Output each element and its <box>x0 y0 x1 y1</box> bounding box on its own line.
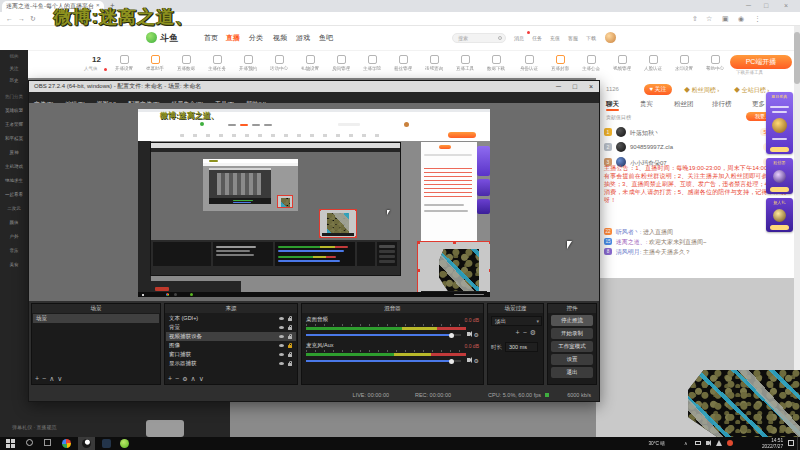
source-row[interactable]: 文本 (GDI+) <box>166 314 296 323</box>
source-row[interactable]: 背景 <box>166 323 296 332</box>
tray-time[interactable]: 14:51 <box>749 437 783 443</box>
nav-home[interactable]: 首页 <box>204 26 218 50</box>
rank-row-1[interactable]: 1 叶落知秋丶 520.0万 <box>604 126 786 139</box>
search-icon[interactable] <box>26 439 33 446</box>
feature-item[interactable]: 身份认证 <box>515 52 543 71</box>
nav-live[interactable]: 直播 <box>226 26 240 50</box>
page-scrollbar[interactable] <box>794 26 800 370</box>
speaker-icon[interactable] <box>467 332 470 336</box>
share-icon[interactable]: ⇧ <box>692 12 698 26</box>
follow-button[interactable]: ♥ 关注 <box>644 84 672 95</box>
duration-input[interactable]: 300 ms <box>505 342 538 352</box>
sidebar-item[interactable]: 户外 <box>0 234 28 239</box>
promo-button[interactable] <box>770 225 789 230</box>
shortcut-support[interactable]: 客服 <box>568 35 578 41</box>
start-button[interactable] <box>6 439 15 448</box>
chat-tab-vip[interactable]: 贵宾 <box>640 100 653 109</box>
tray-date[interactable]: 2022/7/27 <box>749 443 783 449</box>
sidebar-item[interactable]: 一起看看 <box>0 192 28 197</box>
promo-button[interactable] <box>770 147 789 152</box>
sidebar-item[interactable]: 二次元 <box>0 206 28 211</box>
sidebar-item[interactable]: 原神 <box>0 150 28 155</box>
stop-streaming-button[interactable]: 停止推流 <box>551 315 593 326</box>
scenes-toolbar[interactable]: +−∧∨ <box>35 375 65 383</box>
bookmark-star-icon[interactable]: ☆ <box>706 12 712 26</box>
nav-yuba[interactable]: 鱼吧 <box>319 26 333 50</box>
volume-tray-icon[interactable] <box>706 441 709 445</box>
obs-preview-canvas[interactable]: 微博:迷离之道、 <box>138 109 490 297</box>
chat-tab-chat[interactable]: 聊天 <box>606 100 619 109</box>
feature-item[interactable]: 违规查询 <box>420 52 448 71</box>
obs-preview-area[interactable]: 微博:迷离之道、 <box>29 103 599 301</box>
obs-close-button[interactable]: × <box>589 81 593 92</box>
source-row[interactable]: 视频捕获设备 <box>166 332 296 341</box>
sidebar-item-history[interactable]: 历史 <box>0 78 28 83</box>
obs-maximize-button[interactable]: □ <box>573 81 577 92</box>
feature-item[interactable]: 礼物设置 <box>296 52 324 71</box>
feature-item[interactable]: 直播工具 <box>451 52 479 71</box>
sidebar-item-follow[interactable]: 关注 <box>0 66 28 71</box>
feature-item[interactable]: 开播预约 <box>234 52 262 71</box>
fan-week-rank-link[interactable]: ◆ 粉丝周榜 › <box>684 86 719 95</box>
obs-title-bar[interactable]: OBS 27.2.4 (64-bit, windows) - 配置文件: 未命名… <box>29 81 599 92</box>
feature-item[interactable]: 视频管理 <box>608 52 636 71</box>
user-avatar[interactable] <box>605 32 616 43</box>
chat-tab-rank[interactable]: 排行榜 <box>712 100 732 109</box>
studio-mode-button[interactable]: 工作室模式 <box>551 341 593 352</box>
tray-caret-icon[interactable]: ∧ <box>684 440 687 446</box>
back-icon[interactable]: ← <box>6 12 13 26</box>
scene-item[interactable]: 场景 <box>33 314 159 323</box>
transition-add-remove[interactable]: +−⚙ <box>516 329 539 337</box>
source-row[interactable]: 图像 <box>166 341 296 350</box>
channel-gear-icon[interactable]: ⚙ <box>474 332 479 338</box>
sources-toolbar[interactable]: +−⚙∧∨ <box>168 375 207 383</box>
sidebar-item[interactable]: 主机游戏 <box>0 164 28 169</box>
profile-icon[interactable]: ◉ <box>738 12 744 26</box>
sidebar-item[interactable]: 王者荣耀 <box>0 122 28 127</box>
scroll-top-button[interactable] <box>146 420 184 437</box>
feature-item[interactable]: 主播学院 <box>358 52 386 71</box>
weather-tray[interactable]: 30°C 晴 <box>648 440 665 446</box>
feature-item[interactable]: 主播任务 <box>203 52 231 71</box>
task-view-icon[interactable] <box>44 439 51 446</box>
scenes-dock-header[interactable]: 场景 <box>32 304 160 313</box>
feature-item[interactable]: 粉丝管理 <box>389 52 417 71</box>
sidebar-item[interactable]: 和平精英 <box>0 136 28 141</box>
feature-item[interactable]: 主播公会 <box>577 52 605 71</box>
obs-taskbar-slot[interactable] <box>78 437 95 450</box>
feature-item[interactable]: 开播设置 <box>110 52 138 71</box>
forward-icon[interactable]: → <box>18 12 25 26</box>
feature-item[interactable]: 房间管理 <box>327 52 355 71</box>
source-row[interactable]: 显示器捕获 <box>166 359 296 368</box>
promo-card-3[interactable]: 新人礼 <box>766 198 793 232</box>
promo-button[interactable] <box>770 187 789 192</box>
sidebar-item[interactable]: 英雄联盟 <box>0 108 28 113</box>
chrome-taskbar-icon[interactable] <box>62 439 71 448</box>
notification-tray-icon[interactable] <box>727 440 733 446</box>
promo-card-1[interactable]: 夏日盛典 <box>766 92 793 154</box>
speaker-icon[interactable] <box>467 358 470 362</box>
sidebar-item[interactable]: 绝地求生 <box>0 178 28 183</box>
nav-game[interactable]: 游戏 <box>296 26 310 50</box>
browser-menu-icon[interactable]: ⋮ <box>754 12 761 26</box>
chat-tab-fanclub[interactable]: 粉丝团 <box>674 100 694 109</box>
battery-icon[interactable] <box>695 441 701 445</box>
obs-minimize-button[interactable]: ─ <box>556 81 561 92</box>
feature-item[interactable]: 直播数据 <box>172 52 200 71</box>
sidebar-item[interactable]: 颜值 <box>0 220 28 225</box>
promo-card-2[interactable]: 粉丝团 <box>766 158 793 194</box>
controls-dock-header[interactable]: 控件 <box>548 304 596 313</box>
feature-item[interactable]: 水印设置 <box>670 52 698 71</box>
transitions-dock-header[interactable]: 场景过渡 <box>488 304 543 313</box>
go-live-button[interactable]: PC端开播 <box>730 55 792 69</box>
feature-item[interactable]: 人脸认证 <box>639 52 667 71</box>
feature-item[interactable]: 帮助中心 <box>701 52 729 71</box>
feature-item[interactable]: 弹幕助手 <box>141 52 169 71</box>
feature-item[interactable]: 直播封面 <box>546 52 574 71</box>
channel-gear-icon[interactable]: ⚙ <box>474 358 479 364</box>
site-day-rank-link[interactable]: ◆ 全站日榜 › <box>734 86 769 95</box>
rank-row-2[interactable]: 2 904859997Z.cla 88.8万 <box>604 141 786 154</box>
sources-dock-header[interactable]: 来源 <box>165 304 297 313</box>
exit-button[interactable]: 退出 <box>551 367 593 378</box>
network-icon[interactable] <box>716 440 722 446</box>
